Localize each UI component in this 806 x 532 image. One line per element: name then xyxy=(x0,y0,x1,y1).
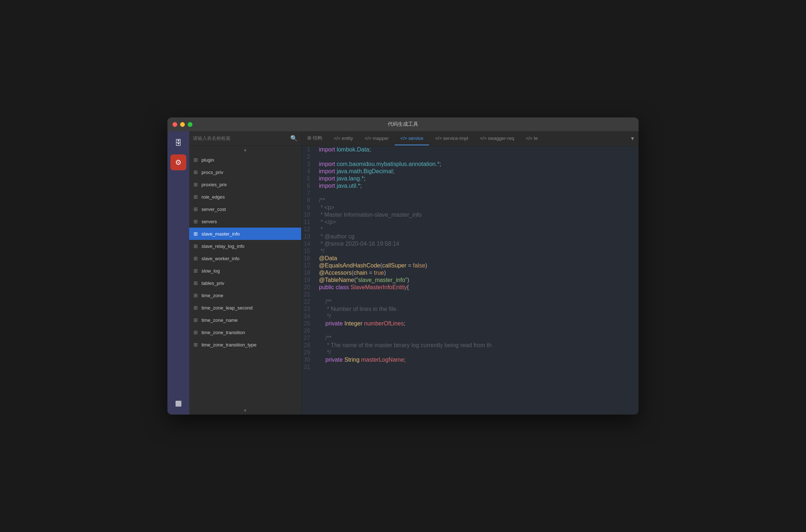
line-content: /** xyxy=(316,334,639,342)
line-number: 24 xyxy=(302,313,316,320)
tab-item[interactable]: </> entity xyxy=(328,132,359,145)
table-name: time_zone_transition_type xyxy=(202,342,257,348)
table-item[interactable]: ⊞time_zone_transition_type xyxy=(189,338,301,351)
table-item[interactable]: ⊞servers xyxy=(189,215,301,228)
table-item[interactable]: ⊞proxies_priv xyxy=(189,178,301,191)
table-name: time_zone_transition xyxy=(202,330,245,335)
line-content: * <p> xyxy=(316,204,639,211)
line-number: 4 xyxy=(302,168,316,175)
main-area: 🗄 ⚙ ▦ 🔍 ▲ ⊞plugin⊞procs_priv⊞proxies_pri… xyxy=(167,131,639,415)
table-name: tables_priv xyxy=(202,280,224,286)
line-number: 26 xyxy=(302,327,316,334)
code-line: 1import lombok.Data; xyxy=(302,146,639,153)
table-item[interactable]: ⊞procs_priv xyxy=(189,166,301,178)
table-item[interactable]: ⊞role_edges xyxy=(189,191,301,203)
sidebar-icons: 🗄 ⚙ ▦ xyxy=(167,131,189,415)
code-area: ⊞ 结构</> entity</> mapper</> service</> s… xyxy=(302,131,639,415)
line-content: /** xyxy=(316,298,639,306)
sidebar-icon-settings[interactable]: ⚙ xyxy=(170,154,186,170)
line-number: 10 xyxy=(302,211,316,219)
table-name: time_zone xyxy=(202,293,223,298)
close-button[interactable] xyxy=(173,122,177,127)
line-number: 25 xyxy=(302,320,316,327)
table-item[interactable]: ⊞server_cost xyxy=(189,203,301,215)
table-item[interactable]: ⊞time_zone xyxy=(189,289,301,302)
line-number: 15 xyxy=(302,248,316,255)
line-number: 8 xyxy=(302,197,316,204)
table-item[interactable]: ⊞slave_worker_info xyxy=(189,252,301,265)
window-title: 代码生成工具 xyxy=(388,121,418,128)
code-line: 25 private Integer numberOfLines; xyxy=(302,320,639,327)
code-line: 23 * Number of lines in the file. xyxy=(302,306,639,313)
table-name: time_zone_leap_second xyxy=(202,305,253,311)
table-item[interactable]: ⊞time_zone_name xyxy=(189,314,301,326)
table-list: ⊞plugin⊞procs_priv⊞proxies_priv⊞role_edg… xyxy=(189,154,301,407)
line-content: * Number of lines in the file. xyxy=(316,306,639,313)
table-grid-icon: ⊞ xyxy=(194,219,198,224)
code-line: 30 private String masterLogName; xyxy=(302,356,639,363)
line-content: */ xyxy=(316,349,639,356)
line-content: import java.util.*; xyxy=(316,182,639,190)
table-item[interactable]: ⊞time_zone_transition xyxy=(189,326,301,338)
table-item[interactable]: ⊞plugin xyxy=(189,154,301,166)
table-grid-icon: ⊞ xyxy=(194,329,198,335)
table-name: procs_priv xyxy=(202,170,223,175)
table-grid-icon: ⊞ xyxy=(194,292,198,298)
table-item[interactable]: ⊞tables_priv xyxy=(189,277,301,289)
line-number: 13 xyxy=(302,233,316,240)
table-item[interactable]: ⊞slave_relay_log_info xyxy=(189,240,301,252)
code-line: 4import java.math.BigDecimal; xyxy=(302,168,639,175)
table-grid-icon: ⊞ xyxy=(194,206,198,212)
scroll-down-arrow[interactable]: ▼ xyxy=(189,407,301,414)
line-content: */ xyxy=(316,248,639,255)
minimize-button[interactable] xyxy=(180,122,185,127)
search-icon[interactable]: 🔍 xyxy=(290,135,298,142)
tab-item[interactable]: </> service xyxy=(395,132,429,145)
code-line: 21 xyxy=(302,291,639,298)
tab-item[interactable]: </> te xyxy=(520,132,544,145)
table-grid-icon: ⊞ xyxy=(194,342,198,348)
code-line: 14 * @since 2020-04-16 19:58:14 xyxy=(302,240,639,248)
table-name: role_edges xyxy=(202,194,225,200)
table-grid-icon: ⊞ xyxy=(194,255,198,261)
code-line: 8/** xyxy=(302,197,639,204)
code-line: 24 */ xyxy=(302,313,639,320)
settings-icon: ⚙ xyxy=(175,158,182,167)
search-input[interactable] xyxy=(193,136,290,141)
tab-item[interactable]: </> swagger-req xyxy=(474,132,520,145)
code-line: 27 /** xyxy=(302,334,639,342)
line-content: * xyxy=(316,226,639,233)
table-name: proxies_priv xyxy=(202,182,227,187)
tab-overflow-button[interactable]: ▼ xyxy=(626,132,639,145)
sidebar-icon-qr[interactable]: ▦ xyxy=(170,395,186,411)
table-grid-icon: ⊞ xyxy=(194,305,198,311)
code-line: 28 * The name of the master binary log c… xyxy=(302,342,639,349)
line-number: 5 xyxy=(302,175,316,182)
table-name: slave_worker_info xyxy=(202,256,240,261)
code-line: 18@Accessors(chain = true) xyxy=(302,269,639,277)
code-content[interactable]: 1import lombok.Data;2 3import com.baomid… xyxy=(302,146,639,415)
code-line: 2 xyxy=(302,153,639,161)
line-number: 12 xyxy=(302,226,316,233)
table-item[interactable]: ⊞time_zone_leap_second xyxy=(189,302,301,314)
maximize-button[interactable] xyxy=(188,122,192,127)
table-name: server_cost xyxy=(202,207,226,212)
line-content: /** xyxy=(316,197,639,204)
line-content xyxy=(316,363,639,371)
table-list-panel: 🔍 ▲ ⊞plugin⊞procs_priv⊞proxies_priv⊞role… xyxy=(189,131,302,415)
table-item[interactable]: ⊞slave_master_info xyxy=(189,228,301,240)
line-content: import java.math.BigDecimal; xyxy=(316,168,639,175)
line-number: 6 xyxy=(302,182,316,190)
line-number: 29 xyxy=(302,349,316,356)
table-item[interactable]: ⊞slow_log xyxy=(189,265,301,277)
tab-item[interactable]: </> service-impl xyxy=(429,132,474,145)
sidebar-icon-database[interactable]: 🗄 xyxy=(170,135,186,151)
code-line: 6import java.util.*; xyxy=(302,182,639,190)
line-content xyxy=(316,190,639,197)
line-number: 3 xyxy=(302,161,316,168)
table-grid-icon: ⊞ xyxy=(194,280,198,286)
tab-item[interactable]: ⊞ 结构 xyxy=(302,131,328,146)
scroll-up-arrow[interactable]: ▲ xyxy=(189,146,301,153)
titlebar: 代码生成工具 xyxy=(167,117,639,131)
tab-item[interactable]: </> mapper xyxy=(359,132,395,145)
